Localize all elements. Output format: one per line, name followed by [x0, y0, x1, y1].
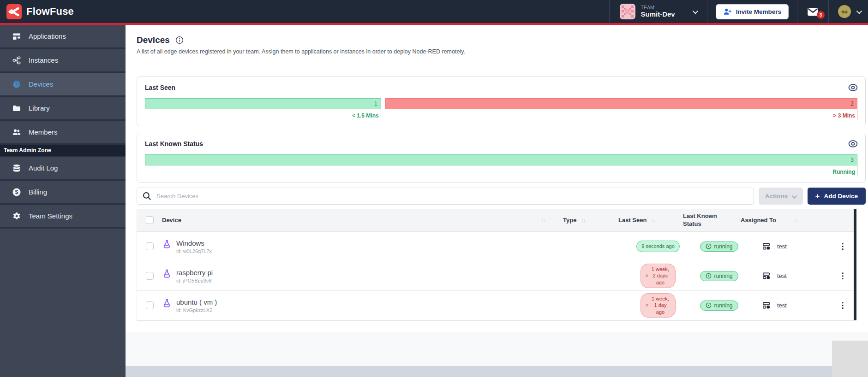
sidebar-item-instances[interactable]: Instances [0, 49, 126, 73]
library-icon [12, 104, 21, 113]
sort-icon[interactable]: ↑↓ [794, 218, 798, 223]
segment-value: 2 [850, 100, 854, 107]
last-seen-badge: 1 week, 2 days ago [641, 264, 676, 288]
play-circle-icon [706, 302, 712, 308]
assigned-to[interactable]: test [777, 243, 787, 250]
table-row[interactable]: raspberry pi id: jPG5Bpp3v8 [137, 261, 856, 291]
sidebar-item-team-settings[interactable]: Team Settings [0, 205, 126, 229]
logo-text: FlowFuse [26, 6, 74, 18]
sidebar-item-label: Audit Log [29, 164, 58, 172]
chevron-down-icon [792, 193, 797, 198]
audit-log-icon [12, 164, 21, 173]
table-row[interactable]: ubuntu ( vm ) id: KvGpkzzLX2 [137, 291, 856, 320]
add-device-button[interactable]: + Add Device [808, 188, 866, 205]
device-name[interactable]: Windows [176, 239, 212, 247]
add-device-label: Add Device [824, 193, 858, 200]
segment-label: Running [832, 169, 855, 175]
top-navbar: FlowFuse TEAM: Sumit-Dev [0, 0, 868, 25]
last-seen-badge: 1 week, 1 day ago [641, 293, 676, 318]
search-input[interactable] [137, 188, 754, 205]
user-menu[interactable]: su [829, 0, 868, 23]
column-header-assigned-to: Assigned To [741, 217, 776, 224]
play-circle-icon [706, 243, 712, 249]
device-id: id: KvGpkzzLX2 [176, 307, 217, 313]
search-icon [142, 191, 152, 201]
gear-icon [12, 212, 21, 221]
eye-icon[interactable] [848, 83, 858, 92]
application-icon [762, 301, 771, 310]
table-row[interactable]: Windows id: w0L26q7L7x [137, 232, 856, 261]
segment-label: > 3 Mins [833, 112, 855, 119]
notifications-button[interactable]: 3 [797, 0, 828, 23]
segment-value: 1 [374, 100, 377, 107]
clock-icon [646, 273, 648, 278]
plus-icon: + [815, 192, 820, 200]
panel-title: Last Seen [145, 84, 857, 91]
device-id: id: jPG5Bpp3v8 [176, 278, 213, 283]
chevron-down-icon [856, 8, 862, 14]
actions-dropdown[interactable]: Actions [759, 188, 803, 205]
notification-badge: 3 [817, 11, 825, 19]
invite-members-label: Invite Members [736, 8, 781, 15]
gauge-segment-recent: 1 < 1.5 Mins [145, 98, 381, 120]
assigned-to[interactable]: test [777, 272, 787, 279]
eye-icon[interactable] [848, 139, 858, 148]
info-icon[interactable] [175, 36, 184, 44]
sidebar-item-applications[interactable]: Applications [0, 25, 126, 49]
column-header-type: Type [563, 217, 576, 224]
status-badge: running [700, 242, 738, 252]
kebab-menu-icon[interactable]: ⋮ [836, 300, 850, 310]
sidebar-item-audit-log[interactable]: Audit Log [0, 157, 126, 181]
sidebar-item-label: Applications [29, 32, 66, 40]
last-seen-panel: Last Seen 1 < 1.5 Mins 2 > 3 Mi [137, 77, 866, 126]
brand[interactable]: FlowFuse [0, 0, 609, 23]
assigned-to[interactable]: test [777, 302, 787, 309]
content-footer-strip [126, 332, 868, 366]
table-toolbar: Actions + Add Device [137, 188, 866, 205]
device-name[interactable]: ubuntu ( vm ) [176, 298, 217, 306]
select-all-checkbox[interactable] [146, 216, 154, 224]
app-window: FlowFuse TEAM: Sumit-Dev [0, 0, 868, 377]
sort-icon[interactable]: ↑↓ [541, 218, 545, 223]
row-checkbox[interactable] [146, 272, 154, 280]
column-header-device: Device [162, 217, 181, 224]
invite-members-button[interactable]: Invite Members [716, 4, 789, 19]
team-admin-zone-header: Team Admin Zone [0, 145, 126, 157]
sidebar-item-label: Team Settings [29, 212, 72, 220]
sidebar-item-devices[interactable]: Devices [0, 73, 126, 97]
table-header-row: Device ↑↓ Type ↑↓ Last Seen ↑↓ Last Kn [137, 209, 856, 232]
team-selector[interactable]: TEAM: Sumit-Dev [610, 0, 707, 23]
status-badge: running [700, 271, 738, 281]
sidebar-item-library[interactable]: Library [0, 97, 126, 121]
gauge-segment-running: 3 Running [145, 154, 857, 177]
instances-icon [12, 56, 21, 65]
sort-icon[interactable]: ↑↓ [651, 218, 655, 223]
row-checkbox[interactable] [146, 301, 154, 309]
kebab-menu-icon[interactable]: ⋮ [836, 271, 850, 281]
scroll-corner [832, 341, 868, 377]
sort-icon[interactable]: ↑↓ [581, 218, 585, 223]
application-icon [762, 242, 771, 251]
clock-icon [646, 302, 648, 308]
sidebar-item-members[interactable]: Members [0, 121, 126, 145]
sidebar-item-label: Members [29, 128, 58, 136]
last-seen-gauge: 1 < 1.5 Mins 2 > 3 Mins [145, 98, 857, 120]
devices-table: Device ↑↓ Type ↑↓ Last Seen ↑↓ Last Kn [137, 209, 856, 321]
column-header-last-seen: Last Seen [618, 217, 647, 224]
row-checkbox[interactable] [146, 242, 154, 250]
kebab-menu-icon[interactable]: ⋮ [836, 242, 850, 251]
actions-label: Actions [765, 193, 788, 200]
page-bottom-strip [126, 366, 868, 377]
device-flask-icon [162, 298, 172, 308]
sidebar-item-label: Devices [29, 80, 53, 88]
table-scrollbar[interactable] [854, 209, 856, 320]
sidebar-item-label: Library [29, 104, 50, 112]
flowfuse-logo-icon [6, 4, 22, 19]
applications-icon [12, 32, 21, 41]
gauge-segment-stale: 2 > 3 Mins [385, 98, 857, 120]
team-label: TEAM: [641, 5, 675, 10]
sidebar-item-billing[interactable]: $ Billing [0, 181, 126, 205]
billing-icon: $ [12, 188, 21, 197]
device-name[interactable]: raspberry pi [176, 269, 213, 277]
avatar: su [838, 5, 851, 18]
